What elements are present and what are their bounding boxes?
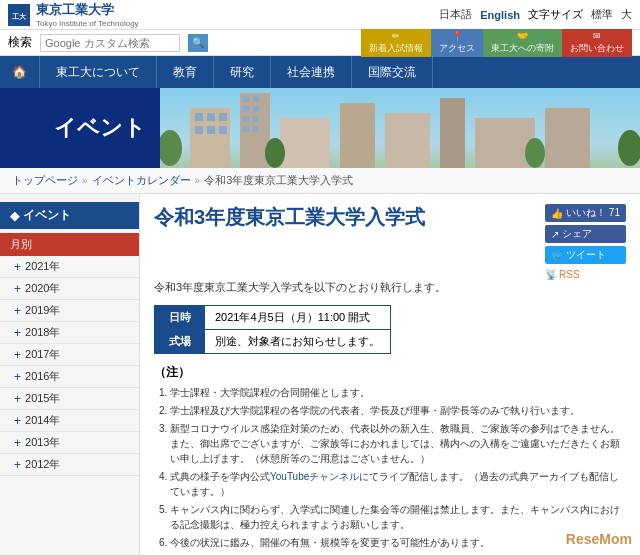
venue-value: 別途、対象者にお知らせします。 [205,330,391,354]
sidebar-year-2013[interactable]: + 2013年 [0,432,139,454]
nav-about[interactable]: 東工大について [40,56,157,88]
contact-icon: ✉ [593,31,601,41]
plus-icon-2012: + [14,458,21,472]
tweet-button[interactable]: 🐦 ツイート [545,246,626,264]
university-name-ja: 東京工業大学 [36,1,139,19]
contact-nav-item[interactable]: ✉ お問い合わせ [562,29,632,57]
content-area: ◆ イベント 月別 + 2021年 + 2020年 + 2019年 + 2018… [0,194,640,555]
kifu-label: 東工大への寄附 [491,42,554,55]
plus-icon-2020: + [14,282,21,296]
nav-home[interactable]: 🏠 [0,56,40,88]
lang-en-link[interactable]: English [480,9,520,21]
main-content: 👍 いいね！ 71 ↗ シェア 🐦 ツイート 📡 RSS 令和3年度東京工業大学… [140,194,640,555]
logo-area: 工大 東京工業大学 Tokyo Institute of Technology [8,1,439,28]
sidebar-year-2015[interactable]: + 2015年 [0,388,139,410]
breadcrumb: トップページ » イベントカレンダー » 令和3年度東京工業大学入学式 [0,168,640,194]
tweet-label: ツイート [566,248,606,262]
year-label-2015: 2015年 [25,391,60,406]
venue-label: 式場 [155,330,205,354]
search-label: 検索 [8,34,32,51]
sidebar-year-2017[interactable]: + 2017年 [0,344,139,366]
hero-image [160,88,640,168]
logo-icon: 工大 [8,4,30,26]
nav-society[interactable]: 社会連携 [271,56,352,88]
social-buttons: 👍 いいね！ 71 ↗ シェア 🐦 ツイート 📡 RSS [545,204,626,280]
font-size-label: 文字サイズ [528,7,583,22]
year-label-2017: 2017年 [25,347,60,362]
rss-label: RSS [559,269,580,280]
access-icon: 📍 [452,31,463,41]
tweet-icon: 🐦 [551,250,563,261]
search-button[interactable]: 🔍 [188,34,208,52]
nav-education[interactable]: 教育 [157,56,214,88]
lang-ja-link[interactable]: 日本語 [439,7,472,22]
date-label: 日時 [155,306,205,330]
rss-link[interactable]: 📡 RSS [545,269,626,280]
sidebar-year-2016[interactable]: + 2016年 [0,366,139,388]
font-size-lg-link[interactable]: 大 [621,7,632,22]
nyushi-icon: ✏ [392,31,400,41]
svg-rect-24 [545,108,590,168]
access-nav-item[interactable]: 📍 アクセス [431,29,483,57]
youtube-link[interactable]: YouTubeチャンネル [270,471,359,482]
svg-rect-12 [253,96,259,102]
year-label-2012: 2012年 [25,457,60,472]
info-table: 日時 2021年4月5日（月）11:00 開式 式場 別途、対象者にお知らせしま… [154,305,391,354]
logo-text-area: 東京工業大学 Tokyo Institute of Technology [36,1,139,28]
svg-rect-20 [340,103,375,168]
sidebar-year-2020[interactable]: + 2020年 [0,278,139,300]
svg-rect-5 [207,113,215,121]
share-button[interactable]: ↗ シェア [545,225,626,243]
svg-rect-23 [475,118,535,168]
sidebar-year-2021[interactable]: + 2021年 [0,256,139,278]
svg-rect-11 [243,96,249,102]
nyushi-nav-item[interactable]: ✏ 新着入試情報 [361,29,431,57]
svg-rect-6 [219,113,227,121]
bullet-icon: ◆ [10,209,19,223]
sidebar-year-2018[interactable]: + 2018年 [0,322,139,344]
university-name-en: Tokyo Institute of Technology [36,19,139,28]
note-item-5: キャンパス内に関わらず、入学式に関連した集会等の開催は禁止します。また、キャンパ… [170,502,626,532]
sidebar-year-2019[interactable]: + 2019年 [0,300,139,322]
top-links: 日本語 English 文字サイズ 標準 大 [439,7,632,22]
sidebar-title: ◆ イベント [0,202,139,229]
svg-point-26 [265,138,285,168]
like-icon: 👍 [551,208,563,219]
nav-research[interactable]: 研究 [214,56,271,88]
svg-rect-19 [280,118,330,168]
note-item-6: 今後の状況に鑑み、開催の有無・規模等を変更する可能性があります。 [170,535,626,550]
share-icon: ↗ [551,229,559,240]
kifu-icon: 🤝 [517,31,528,41]
breadcrumb-home[interactable]: トップページ [12,173,78,188]
like-button[interactable]: 👍 いいね！ 71 [545,204,626,222]
year-label-2019: 2019年 [25,303,60,318]
top-bar: 工大 東京工業大学 Tokyo Institute of Technology … [0,0,640,30]
font-size-std-link[interactable]: 標準 [591,7,613,22]
hero-section: イベント [0,88,640,168]
breadcrumb-events[interactable]: イベントカレンダー [92,173,191,188]
breadcrumb-sep-1: » [82,175,88,186]
nyushi-label: 新着入試情報 [369,42,423,55]
plus-icon-2014: + [14,414,21,428]
svg-rect-13 [243,106,249,112]
main-nav: 🏠 東工大について 教育 研究 社会連携 国際交流 [0,56,640,88]
note-item-2: 学士課程及び大学院課程の各学院の代表者、学長及び理事・副学長等のみで執り行います… [170,403,626,418]
svg-rect-16 [253,116,259,122]
kifu-nav-item[interactable]: 🤝 東工大への寄附 [483,29,562,57]
svg-rect-18 [253,126,259,132]
sidebar-year-2014[interactable]: + 2014年 [0,410,139,432]
breadcrumb-sep-2: » [195,175,201,186]
svg-rect-14 [253,106,259,112]
plus-icon-2016: + [14,370,21,384]
search-input[interactable] [40,34,180,52]
svg-text:工大: 工大 [12,12,27,20]
sidebar-year-2012[interactable]: + 2012年 [0,454,139,476]
svg-rect-9 [219,126,227,134]
share-label: シェア [562,227,592,241]
contact-label: お問い合わせ [570,42,624,55]
note-item-3: 新型コロナウイルス感染症対策のため、代表以外の新入生、教職員、ご家族等の参列はで… [170,421,626,466]
rss-icon: 📡 [545,269,557,280]
svg-point-27 [525,138,545,168]
nav-international[interactable]: 国際交流 [352,56,433,88]
watermark: ReseMom [566,531,632,547]
